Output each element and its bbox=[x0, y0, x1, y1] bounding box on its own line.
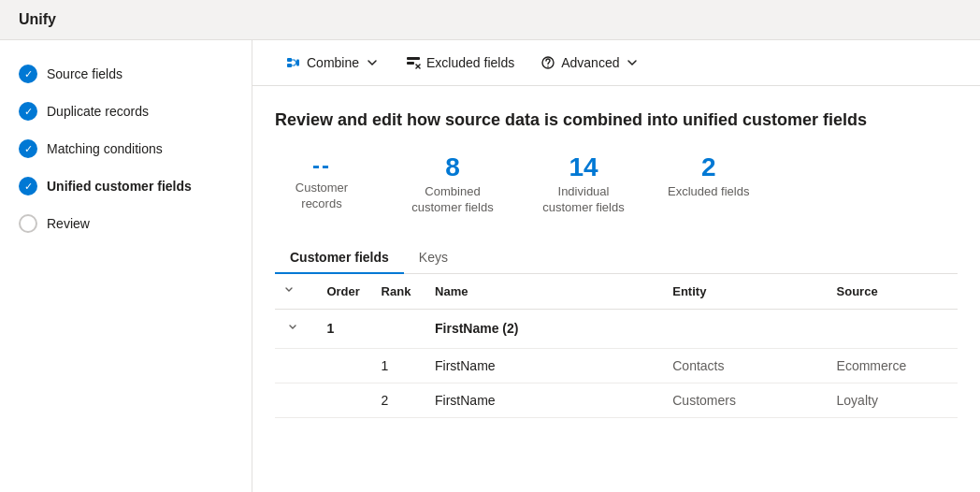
expand-cell bbox=[275, 309, 319, 348]
sidebar-item-matching-conditions[interactable]: ✓Matching conditions bbox=[0, 130, 252, 167]
svg-rect-4 bbox=[407, 62, 414, 65]
combine-button[interactable]: Combine bbox=[275, 50, 391, 76]
stat-label-3: Excluded fields bbox=[668, 184, 749, 200]
tab-customer-fields[interactable]: Customer fields bbox=[275, 242, 404, 274]
col-header-expand bbox=[275, 274, 319, 310]
sidebar-label-duplicate-records: Duplicate records bbox=[47, 104, 149, 119]
app-header: Unify bbox=[0, 0, 980, 40]
combine-chevron-icon bbox=[365, 55, 380, 70]
expand-button[interactable] bbox=[282, 319, 303, 339]
sidebar-label-source-fields: Source fields bbox=[47, 66, 122, 81]
stat-item-2: 14Individual customer fields bbox=[537, 154, 630, 216]
stat-item-3: 2Excluded fields bbox=[668, 154, 749, 200]
order-cell-child bbox=[319, 383, 373, 417]
table-header-row: Order Rank Name Entity bbox=[275, 274, 958, 310]
sidebar-label-unified-customer-fields: Unified customer fields bbox=[47, 179, 192, 194]
sidebar-status-icon-duplicate-records: ✓ bbox=[19, 102, 37, 121]
rank-cell bbox=[374, 309, 427, 348]
page-title: Review and edit how source data is combi… bbox=[275, 109, 958, 132]
excluded-fields-button[interactable]: Excluded fields bbox=[395, 50, 526, 76]
order-cell: 1 bbox=[319, 309, 373, 348]
advanced-label: Advanced bbox=[561, 55, 619, 70]
svg-rect-0 bbox=[287, 58, 292, 62]
tab-keys[interactable]: Keys bbox=[404, 242, 463, 274]
sidebar-label-review: Review bbox=[47, 216, 90, 231]
svg-rect-2 bbox=[296, 60, 299, 66]
table-row: 2 FirstName Customers Loyalty bbox=[275, 383, 958, 417]
entity-cell bbox=[665, 309, 829, 348]
col-header-order: Order bbox=[319, 274, 373, 310]
excluded-fields-label: Excluded fields bbox=[426, 55, 514, 70]
sidebar: ✓Source fields✓Duplicate records✓Matchin… bbox=[0, 40, 252, 492]
combine-icon bbox=[286, 55, 301, 70]
sort-icon bbox=[282, 283, 295, 297]
toolbar: Combine Excluded fields bbox=[252, 40, 980, 86]
stats-row: --Customer records8Combined customer fie… bbox=[275, 154, 958, 216]
svg-rect-3 bbox=[407, 57, 420, 60]
stat-value-1: 8 bbox=[445, 154, 460, 181]
expand-cell-child bbox=[275, 348, 319, 383]
stat-label-2: Individual customer fields bbox=[537, 184, 630, 216]
excluded-fields-icon bbox=[406, 55, 421, 70]
col-header-rank: Rank bbox=[374, 274, 427, 310]
sidebar-label-matching-conditions: Matching conditions bbox=[47, 141, 163, 156]
stat-value-2: 14 bbox=[569, 154, 598, 181]
sidebar-status-icon-review bbox=[19, 214, 37, 233]
customer-fields-table: Order Rank Name Entity bbox=[275, 274, 958, 418]
main-content: Combine Excluded fields bbox=[252, 40, 980, 492]
table-row: 1 FirstName Contacts Ecommerce bbox=[275, 348, 958, 383]
tabs-row: Customer fieldsKeys bbox=[275, 242, 958, 274]
source-cell bbox=[829, 309, 958, 348]
name-cell-child: FirstName bbox=[427, 348, 665, 383]
sidebar-item-review[interactable]: Review bbox=[0, 205, 252, 242]
name-cell-child: FirstName bbox=[427, 383, 665, 417]
svg-point-8 bbox=[547, 65, 549, 67]
col-header-entity: Entity bbox=[665, 274, 829, 310]
table-container: Order Rank Name Entity bbox=[275, 274, 958, 418]
source-cell-child: Ecommerce bbox=[829, 348, 958, 383]
sidebar-item-source-fields[interactable]: ✓Source fields bbox=[0, 55, 252, 93]
sidebar-status-icon-matching-conditions: ✓ bbox=[19, 139, 37, 158]
rank-cell-child: 1 bbox=[374, 348, 427, 383]
name-cell: FirstName (2) bbox=[427, 309, 665, 348]
app-title: Unify bbox=[19, 11, 56, 27]
sidebar-status-icon-source-fields: ✓ bbox=[19, 65, 37, 83]
col-header-source: Source bbox=[829, 274, 958, 310]
page-content: Review and edit how source data is combi… bbox=[252, 86, 980, 492]
table-body: 1 FirstName (2) 1 FirstName Contacts Eco… bbox=[275, 309, 958, 417]
stat-item-0: --Customer records bbox=[275, 154, 368, 212]
stat-label-1: Combined customer fields bbox=[406, 184, 499, 216]
advanced-chevron-icon bbox=[625, 55, 640, 70]
advanced-icon bbox=[540, 55, 555, 70]
stat-value-0: -- bbox=[312, 154, 331, 177]
table-row-group: 1 FirstName (2) bbox=[275, 309, 958, 348]
expand-cell-child bbox=[275, 383, 319, 417]
entity-cell-child: Customers bbox=[665, 383, 829, 417]
sidebar-status-icon-unified-customer-fields: ✓ bbox=[19, 177, 37, 195]
sidebar-item-unified-customer-fields[interactable]: ✓Unified customer fields bbox=[0, 167, 252, 205]
source-cell-child: Loyalty bbox=[829, 383, 958, 417]
order-cell-child bbox=[319, 348, 373, 383]
stat-label-0: Customer records bbox=[275, 181, 368, 212]
svg-rect-1 bbox=[287, 64, 292, 67]
stat-item-1: 8Combined customer fields bbox=[406, 154, 499, 216]
advanced-button[interactable]: Advanced bbox=[529, 50, 651, 76]
combine-label: Combine bbox=[307, 55, 359, 70]
app-body: ✓Source fields✓Duplicate records✓Matchin… bbox=[0, 40, 980, 492]
sidebar-item-duplicate-records[interactable]: ✓Duplicate records bbox=[0, 93, 252, 130]
rank-cell-child: 2 bbox=[374, 383, 427, 417]
col-header-name: Name bbox=[427, 274, 665, 310]
entity-cell-child: Contacts bbox=[665, 348, 829, 383]
stat-value-3: 2 bbox=[701, 154, 716, 181]
